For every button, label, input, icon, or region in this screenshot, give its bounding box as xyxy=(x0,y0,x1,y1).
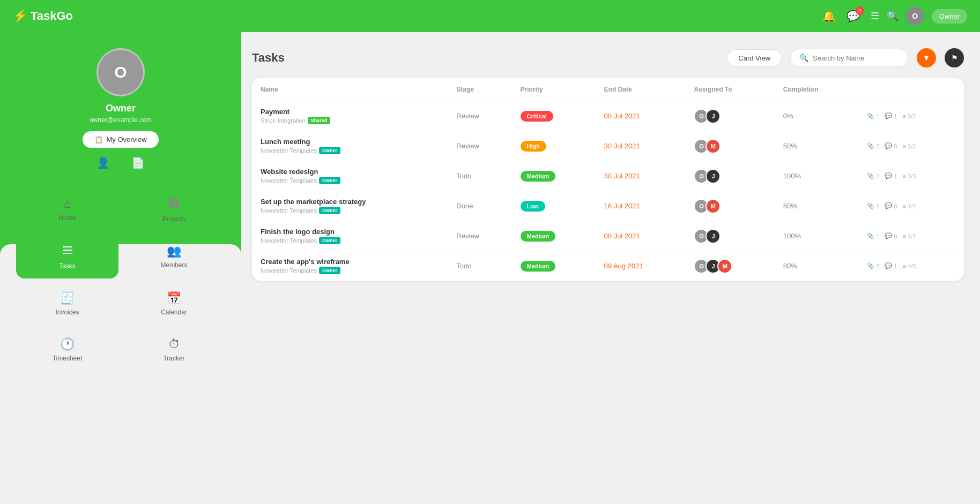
chat-badge: 0 xyxy=(856,6,864,15)
task-name: Lunch meeting xyxy=(261,138,439,146)
task-checklist: ≡ 1/2 xyxy=(903,203,916,209)
task-stage-cell: Review xyxy=(448,101,511,131)
invoices-icon: 🧾 xyxy=(60,291,75,305)
task-attachments: 📎 2 xyxy=(867,142,879,149)
priority-badge: High xyxy=(521,141,546,152)
checklist-icon: ≡ xyxy=(903,113,906,119)
priority-badge: Medium xyxy=(521,171,556,182)
overview-icon: 📋 xyxy=(94,136,103,144)
task-completion: 100% xyxy=(783,172,801,180)
task-name: Website redesign xyxy=(261,168,439,176)
col-assigned-to: Assigned To xyxy=(685,78,774,101)
table-row[interactable]: Set up the marketplace strategy Newslett… xyxy=(252,191,964,221)
task-stage-cell: Review xyxy=(448,131,511,161)
search-input[interactable] xyxy=(813,54,899,62)
hamburger-icon[interactable]: ☰ xyxy=(871,10,879,22)
list-icon[interactable]: 📄 xyxy=(131,156,145,169)
sidebar-item-calendar[interactable]: 📅 Calendar xyxy=(123,283,225,325)
sidebar-item-invoices[interactable]: 🧾 Invoices xyxy=(16,283,118,325)
task-name-cell: Payment Stripe Integration Shared xyxy=(252,101,448,131)
svg-rect-5 xyxy=(63,250,72,251)
assignee-avatar: M xyxy=(706,139,721,154)
navbar-icons: 🔔 💬 0 xyxy=(822,10,860,22)
sidebar-item-members[interactable]: 👥 Members xyxy=(123,236,225,279)
svg-rect-6 xyxy=(63,253,72,254)
task-end-date: 08 Jul 2021 xyxy=(604,232,640,240)
svg-rect-7 xyxy=(63,246,66,247)
comment-icon: 💬 xyxy=(885,232,892,239)
sidebar-item-label: Home xyxy=(58,214,76,222)
task-name-cell: Set up the marketplace strategy Newslett… xyxy=(252,191,448,221)
checklist-icon: ≡ xyxy=(903,263,906,269)
navbar-right: ☰ 🔍 O Owner xyxy=(871,7,967,25)
col-end-date: End Date xyxy=(596,78,686,101)
project-badge: Owner xyxy=(319,177,340,184)
flag-btn[interactable]: ⚑ xyxy=(945,48,964,67)
task-comments: 💬 0 xyxy=(885,202,897,209)
person-icon[interactable]: 👤 xyxy=(96,156,110,169)
task-meta: 📎 2 💬 1 ≡ 4/5 xyxy=(867,262,955,269)
task-meta-cell: 📎 2 💬 1 ≡ 3/3 xyxy=(858,161,964,191)
task-priority-cell: Low xyxy=(512,191,596,221)
task-priority-cell: Medium xyxy=(512,221,596,251)
task-completion-cell: 50% xyxy=(775,131,859,161)
table-row[interactable]: Finish the logo design Newsletter Templa… xyxy=(252,221,964,251)
avatar: O xyxy=(96,48,145,96)
user-menu-btn[interactable]: Owner xyxy=(932,9,967,24)
task-name: Payment xyxy=(261,108,439,116)
task-completion-cell: 100% xyxy=(775,161,859,191)
sidebar: O Owner owner@example.com 📋 My Overview … xyxy=(0,32,241,504)
paperclip-icon: 📎 xyxy=(867,262,874,269)
task-name: Create the app's wireframe xyxy=(261,258,439,266)
task-meta-cell: 📎 1 💬 0 ≡ 1/1 xyxy=(858,221,964,251)
col-stage: Stage xyxy=(448,78,511,101)
task-stage-cell: Todo xyxy=(448,251,511,281)
table-row[interactable]: Lunch meeting Newsletter Templates Owner… xyxy=(252,131,964,161)
task-meta: 📎 1 💬 1 ≡ 0/2 xyxy=(867,112,955,119)
project-badge: Owner xyxy=(319,147,340,154)
task-name-cell: Lunch meeting Newsletter Templates Owner xyxy=(252,131,448,161)
profile-icons-row: 👤 📄 xyxy=(96,156,145,169)
sidebar-item-projects[interactable]: Projects xyxy=(123,189,225,231)
task-stage: Review xyxy=(456,112,479,120)
task-meta-cell: 📎 2 💬 1 ≡ 4/5 xyxy=(858,251,964,281)
assignee-avatar: J xyxy=(706,229,721,244)
task-stage: Done xyxy=(456,202,473,210)
sidebar-item-label: Invoices xyxy=(55,309,79,316)
task-name-cell: Finish the logo design Newsletter Templa… xyxy=(252,221,448,251)
task-completion-cell: 0% xyxy=(775,101,859,131)
sidebar-item-tracker[interactable]: ⏱ Tracker xyxy=(123,329,225,371)
task-comments: 💬 1 xyxy=(885,172,897,179)
sidebar-item-home[interactable]: ⌂ Home xyxy=(16,189,118,231)
task-name-cell: Website redesign Newsletter Templates Ow… xyxy=(252,161,448,191)
table-header-row: Name Stage Priority End Date Assigned To… xyxy=(252,78,964,101)
task-end-date: 30 Jul 2021 xyxy=(604,172,640,180)
priority-badge: Critical xyxy=(521,111,553,122)
filter-btn[interactable]: ▼ xyxy=(917,48,936,67)
svg-rect-1 xyxy=(175,198,179,202)
task-attachments: 📎 2 xyxy=(867,262,879,269)
task-assignees-cell: OJ xyxy=(685,161,774,191)
task-project: Newsletter Templates Owner xyxy=(261,177,439,184)
task-project: Newsletter Templates Owner xyxy=(261,267,439,274)
bell-icon: 🔔 xyxy=(822,10,836,22)
sidebar-item-tasks[interactable]: Tasks xyxy=(16,236,118,279)
card-view-btn[interactable]: Card View xyxy=(727,49,782,67)
notification-bell-btn[interactable]: 🔔 xyxy=(822,10,836,22)
table-row[interactable]: Payment Stripe Integration Shared Review… xyxy=(252,101,964,131)
task-completion-cell: 100% xyxy=(775,221,859,251)
table-row[interactable]: Website redesign Newsletter Templates Ow… xyxy=(252,161,964,191)
task-completion: 100% xyxy=(783,232,801,240)
chat-btn[interactable]: 💬 0 xyxy=(847,10,860,22)
task-enddate-cell: 16 Jul 2021 xyxy=(596,191,686,221)
table-row[interactable]: Create the app's wireframe Newsletter Te… xyxy=(252,251,964,281)
task-project: Newsletter Templates Owner xyxy=(261,237,439,244)
sidebar-item-timesheet[interactable]: 🕐 Timesheet xyxy=(16,329,118,371)
my-overview-btn[interactable]: 📋 My Overview xyxy=(83,131,158,148)
project-badge: Owner xyxy=(319,267,340,274)
project-badge: Owner xyxy=(319,207,340,214)
search-icon[interactable]: 🔍 xyxy=(887,10,899,22)
task-meta-cell: 📎 2 💬 0 ≡ 1/2 xyxy=(858,191,964,221)
layout: O Owner owner@example.com 📋 My Overview … xyxy=(0,32,980,504)
task-assignees-cell: OM xyxy=(685,131,774,161)
